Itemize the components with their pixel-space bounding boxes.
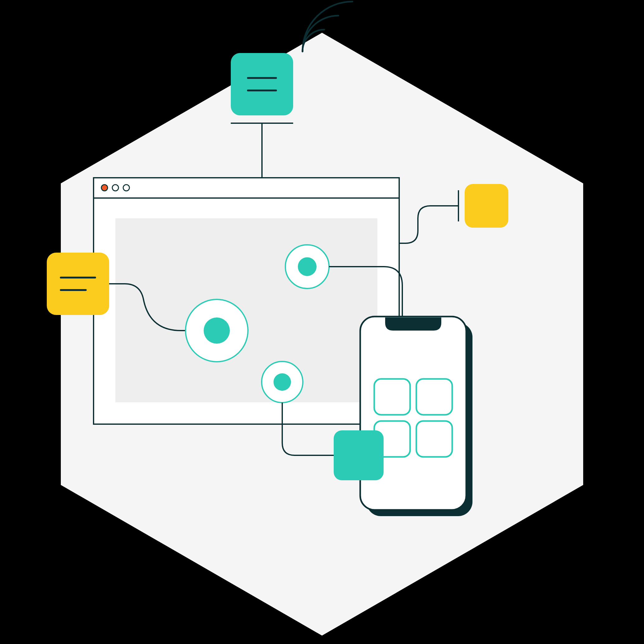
browser-content-panel	[115, 218, 377, 402]
bottom-teal-card	[334, 430, 384, 480]
radio-node-1	[285, 245, 329, 288]
phone-notch-icon	[385, 317, 441, 331]
radio-node-3	[262, 361, 303, 403]
svg-point-12	[298, 257, 317, 276]
top-teal-card	[231, 53, 293, 115]
svg-rect-8	[47, 253, 109, 315]
diagram-canvas	[0, 0, 644, 644]
right-yellow-card	[465, 184, 508, 228]
left-yellow-card	[47, 253, 109, 315]
diagram-svg	[0, 0, 644, 644]
radio-node-2	[186, 299, 248, 362]
svg-point-16	[274, 373, 291, 391]
traffic-light-close-icon	[101, 185, 108, 191]
svg-point-14	[204, 317, 230, 344]
svg-rect-4	[231, 53, 293, 115]
phone-device	[360, 317, 466, 510]
browser-window	[94, 178, 399, 424]
